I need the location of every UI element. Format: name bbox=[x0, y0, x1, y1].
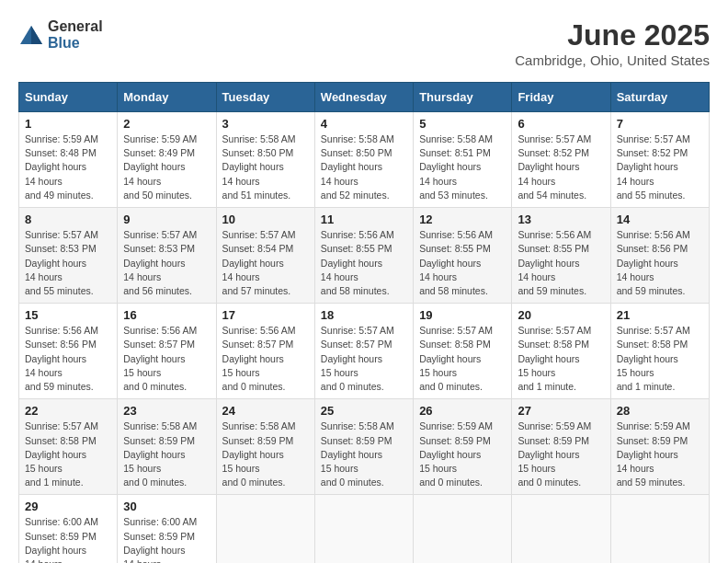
month-title: June 2025 bbox=[515, 18, 710, 52]
weekday-header: Sunday bbox=[19, 83, 118, 112]
day-number: 19 bbox=[419, 308, 506, 322]
day-info: Sunrise: 5:57 AMSunset: 8:53 PMDaylight … bbox=[123, 228, 210, 298]
day-number: 30 bbox=[123, 500, 210, 513]
weekday-header: Tuesday bbox=[216, 83, 314, 112]
calendar-day-cell: 17Sunrise: 5:56 AMSunset: 8:57 PMDayligh… bbox=[216, 304, 314, 399]
day-number: 1 bbox=[25, 117, 111, 131]
weekday-header: Thursday bbox=[414, 83, 512, 112]
page-header: General Blue June 2025 Cambridge, Ohio, … bbox=[18, 18, 710, 68]
calendar-day-cell: 29Sunrise: 6:00 AMSunset: 8:59 PMDayligh… bbox=[19, 495, 118, 563]
calendar-day-cell: 18Sunrise: 5:57 AMSunset: 8:57 PMDayligh… bbox=[314, 304, 413, 399]
weekday-header: Friday bbox=[512, 83, 610, 112]
day-info: Sunrise: 5:58 AMSunset: 8:59 PMDaylight … bbox=[123, 419, 210, 489]
calendar-day-cell: 13Sunrise: 5:56 AMSunset: 8:55 PMDayligh… bbox=[512, 208, 610, 304]
calendar-day-cell: 3Sunrise: 5:58 AMSunset: 8:50 PMDaylight… bbox=[216, 112, 314, 208]
calendar-week-row: 8Sunrise: 5:57 AMSunset: 8:53 PMDaylight… bbox=[19, 208, 710, 304]
day-number: 26 bbox=[419, 404, 506, 418]
logo-text-general: General bbox=[48, 18, 103, 34]
day-info: Sunrise: 5:57 AMSunset: 8:52 PMDaylight … bbox=[518, 132, 604, 202]
calendar-day-cell: 20Sunrise: 5:57 AMSunset: 8:58 PMDayligh… bbox=[512, 304, 610, 399]
day-number: 29 bbox=[25, 500, 111, 513]
day-number: 15 bbox=[25, 308, 111, 322]
day-info: Sunrise: 5:58 AMSunset: 8:51 PMDaylight … bbox=[419, 132, 506, 202]
day-info: Sunrise: 5:58 AMSunset: 8:50 PMDaylight … bbox=[222, 132, 309, 202]
calendar-day-cell: 12Sunrise: 5:56 AMSunset: 8:55 PMDayligh… bbox=[414, 208, 512, 304]
day-info: Sunrise: 5:56 AMSunset: 8:55 PMDaylight … bbox=[321, 228, 407, 298]
day-info: Sunrise: 5:58 AMSunset: 8:59 PMDaylight … bbox=[222, 419, 309, 489]
calendar-empty-cell bbox=[314, 495, 413, 563]
calendar-day-cell: 16Sunrise: 5:56 AMSunset: 8:57 PMDayligh… bbox=[118, 304, 216, 399]
day-number: 14 bbox=[617, 213, 703, 226]
calendar-day-cell: 6Sunrise: 5:57 AMSunset: 8:52 PMDaylight… bbox=[512, 112, 610, 208]
calendar-day-cell: 9Sunrise: 5:57 AMSunset: 8:53 PMDaylight… bbox=[118, 208, 216, 304]
day-number: 10 bbox=[222, 213, 309, 226]
day-number: 22 bbox=[25, 404, 111, 418]
day-number: 20 bbox=[518, 308, 604, 322]
day-number: 4 bbox=[321, 117, 407, 131]
calendar-header-row: SundayMondayTuesdayWednesdayThursdayFrid… bbox=[19, 83, 710, 112]
day-number: 27 bbox=[518, 404, 604, 418]
calendar-day-cell: 23Sunrise: 5:58 AMSunset: 8:59 PMDayligh… bbox=[118, 399, 216, 495]
calendar-day-cell: 14Sunrise: 5:56 AMSunset: 8:56 PMDayligh… bbox=[610, 208, 709, 304]
day-info: Sunrise: 5:57 AMSunset: 8:58 PMDaylight … bbox=[419, 324, 506, 394]
title-block: June 2025 Cambridge, Ohio, United States bbox=[515, 18, 710, 68]
day-info: Sunrise: 5:57 AMSunset: 8:57 PMDaylight … bbox=[321, 324, 407, 394]
day-info: Sunrise: 5:57 AMSunset: 8:54 PMDaylight … bbox=[222, 228, 309, 298]
day-number: 23 bbox=[123, 404, 210, 418]
day-number: 25 bbox=[321, 404, 407, 418]
weekday-header: Wednesday bbox=[314, 83, 413, 112]
day-number: 8 bbox=[25, 213, 111, 226]
svg-marker-1 bbox=[31, 26, 42, 44]
calendar-empty-cell bbox=[216, 495, 314, 563]
day-info: Sunrise: 5:59 AMSunset: 8:59 PMDaylight … bbox=[617, 419, 703, 489]
day-number: 12 bbox=[419, 213, 506, 226]
calendar-day-cell: 25Sunrise: 5:58 AMSunset: 8:59 PMDayligh… bbox=[314, 399, 413, 495]
day-number: 6 bbox=[518, 117, 604, 131]
location-title: Cambridge, Ohio, United States bbox=[515, 52, 710, 68]
logo: General Blue bbox=[18, 18, 103, 52]
logo-text-blue: Blue bbox=[48, 35, 80, 51]
day-info: Sunrise: 5:56 AMSunset: 8:57 PMDaylight … bbox=[123, 324, 210, 394]
day-info: Sunrise: 5:57 AMSunset: 8:58 PMDaylight … bbox=[518, 324, 604, 394]
day-info: Sunrise: 5:56 AMSunset: 8:56 PMDaylight … bbox=[617, 228, 703, 298]
day-info: Sunrise: 5:57 AMSunset: 8:58 PMDaylight … bbox=[25, 419, 111, 489]
day-number: 3 bbox=[222, 117, 309, 131]
day-info: Sunrise: 5:57 AMSunset: 8:52 PMDaylight … bbox=[617, 132, 703, 202]
day-info: Sunrise: 5:58 AMSunset: 8:59 PMDaylight … bbox=[321, 419, 407, 489]
day-number: 11 bbox=[321, 213, 407, 226]
weekday-header: Saturday bbox=[610, 83, 709, 112]
calendar-table: SundayMondayTuesdayWednesdayThursdayFrid… bbox=[18, 82, 710, 563]
day-info: Sunrise: 5:58 AMSunset: 8:50 PMDaylight … bbox=[321, 132, 407, 202]
day-number: 2 bbox=[123, 117, 210, 131]
calendar-day-cell: 7Sunrise: 5:57 AMSunset: 8:52 PMDaylight… bbox=[610, 112, 709, 208]
day-info: Sunrise: 5:56 AMSunset: 8:56 PMDaylight … bbox=[25, 324, 111, 394]
day-number: 18 bbox=[321, 308, 407, 322]
calendar-week-row: 29Sunrise: 6:00 AMSunset: 8:59 PMDayligh… bbox=[19, 495, 710, 563]
calendar-empty-cell bbox=[414, 495, 512, 563]
weekday-header: Monday bbox=[118, 83, 216, 112]
day-info: Sunrise: 6:00 AMSunset: 8:59 PMDaylight … bbox=[123, 515, 210, 563]
day-info: Sunrise: 5:59 AMSunset: 8:59 PMDaylight … bbox=[419, 419, 506, 489]
calendar-week-row: 1Sunrise: 5:59 AMSunset: 8:48 PMDaylight… bbox=[19, 112, 710, 208]
day-number: 9 bbox=[123, 213, 210, 226]
calendar-day-cell: 19Sunrise: 5:57 AMSunset: 8:58 PMDayligh… bbox=[414, 304, 512, 399]
calendar-day-cell: 5Sunrise: 5:58 AMSunset: 8:51 PMDaylight… bbox=[414, 112, 512, 208]
calendar-day-cell: 26Sunrise: 5:59 AMSunset: 8:59 PMDayligh… bbox=[414, 399, 512, 495]
day-info: Sunrise: 5:59 AMSunset: 8:48 PMDaylight … bbox=[25, 132, 111, 202]
calendar-day-cell: 1Sunrise: 5:59 AMSunset: 8:48 PMDaylight… bbox=[19, 112, 118, 208]
calendar-day-cell: 22Sunrise: 5:57 AMSunset: 8:58 PMDayligh… bbox=[19, 399, 118, 495]
day-number: 24 bbox=[222, 404, 309, 418]
calendar-day-cell: 10Sunrise: 5:57 AMSunset: 8:54 PMDayligh… bbox=[216, 208, 314, 304]
calendar-week-row: 15Sunrise: 5:56 AMSunset: 8:56 PMDayligh… bbox=[19, 304, 710, 399]
calendar-day-cell: 21Sunrise: 5:57 AMSunset: 8:58 PMDayligh… bbox=[610, 304, 709, 399]
day-info: Sunrise: 5:59 AMSunset: 8:59 PMDaylight … bbox=[518, 419, 604, 489]
calendar-empty-cell bbox=[610, 495, 709, 563]
day-number: 28 bbox=[617, 404, 703, 418]
calendar-week-row: 22Sunrise: 5:57 AMSunset: 8:58 PMDayligh… bbox=[19, 399, 710, 495]
calendar-empty-cell bbox=[512, 495, 610, 563]
calendar-day-cell: 15Sunrise: 5:56 AMSunset: 8:56 PMDayligh… bbox=[19, 304, 118, 399]
day-info: Sunrise: 5:57 AMSunset: 8:58 PMDaylight … bbox=[617, 324, 703, 394]
calendar-day-cell: 2Sunrise: 5:59 AMSunset: 8:49 PMDaylight… bbox=[118, 112, 216, 208]
day-info: Sunrise: 5:59 AMSunset: 8:49 PMDaylight … bbox=[123, 132, 210, 202]
day-number: 7 bbox=[617, 117, 703, 131]
